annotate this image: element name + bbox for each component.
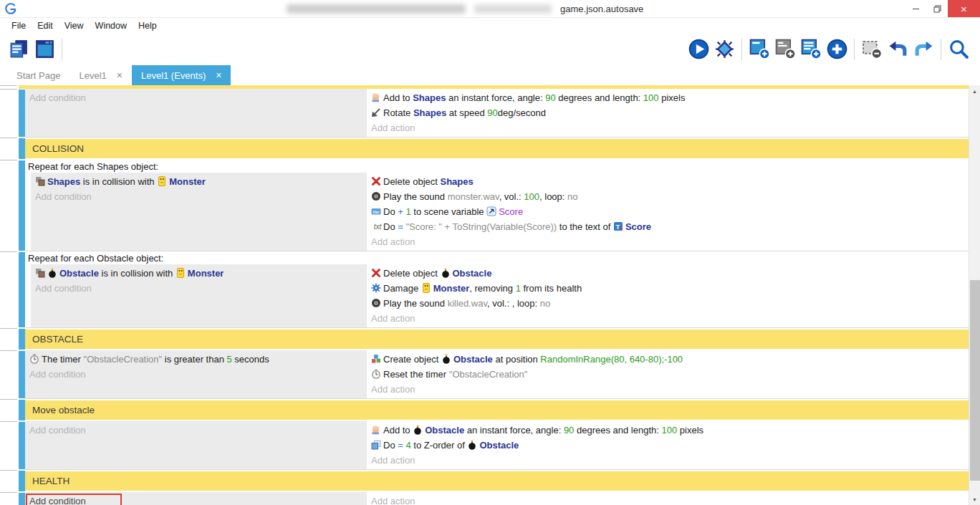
remove-event-button[interactable] (859, 36, 885, 63)
play-button[interactable] (686, 36, 711, 63)
gutter-tick (0, 328, 19, 350)
add-action-link[interactable]: Add action (371, 311, 964, 326)
actions-cell[interactable]: Delete object ShapesPlay the sound monst… (367, 173, 969, 251)
condition-line[interactable]: Shapes is in collision with Monster (35, 174, 362, 189)
scroll-up-arrow[interactable]: ▲ (969, 85, 980, 97)
actions-cell[interactable]: Add action (367, 492, 969, 505)
conditions-cell[interactable]: Add condition (25, 89, 367, 137)
add-condition-link[interactable]: Add condition (35, 189, 362, 204)
damage-icon (371, 283, 381, 293)
group-comment[interactable]: HEALTH (25, 471, 969, 491)
conditions-cell[interactable]: Shapes is in collision with MonsterAdd c… (31, 173, 367, 251)
tab-start-page[interactable]: Start Page (7, 65, 69, 85)
conditions-cell[interactable]: Add condition (25, 492, 367, 505)
gutter-tick (0, 89, 19, 138)
condition-line[interactable]: The timer "ObstacleCreation" is greater … (29, 352, 362, 367)
restore-button[interactable] (926, 0, 948, 17)
gutter-tick (0, 160, 19, 251)
action-line[interactable]: Play the sound killed.wav, vol.: , loop:… (371, 296, 964, 311)
conditions-cell[interactable]: Add condition (25, 421, 367, 469)
add-condition-link[interactable]: Add condition (29, 494, 362, 505)
action-line[interactable]: Delete object Shapes (371, 174, 964, 189)
undo-button[interactable] (885, 36, 911, 63)
condition-line[interactable]: Obstacle is in collision with Monster (35, 266, 362, 281)
event-handle-bar[interactable] (19, 90, 25, 137)
close-button[interactable]: × (948, 0, 980, 17)
event-handle-bar[interactable] (19, 138, 25, 159)
gutter-tick (0, 350, 19, 399)
tab-level1-events[interactable]: Level1 (Events)× (132, 65, 231, 85)
add-plus-icon (827, 39, 847, 59)
add-action-link[interactable]: Add action (371, 453, 964, 468)
repeat-header[interactable]: Repeat for each Obstacle object: (25, 251, 969, 264)
add-action-link[interactable]: Add action (371, 494, 964, 505)
action-line[interactable]: Damage Monster, removing 1 from its heal… (371, 281, 964, 296)
add-action-link[interactable]: Add action (371, 120, 964, 135)
menu-file[interactable]: File (6, 19, 32, 32)
scene-window-button[interactable] (32, 36, 57, 63)
actions-cell[interactable]: Delete object ObstacleDamage Monster, re… (367, 264, 969, 327)
repeat-header[interactable]: Repeat for each Shapes object: (25, 160, 969, 173)
group-comment[interactable]: Move obstacle (25, 400, 969, 420)
action-line[interactable]: Play the sound monster.wav, vol.: 100, l… (371, 189, 964, 204)
group-comment[interactable]: COLLISION (25, 139, 969, 158)
add-plus-button[interactable] (824, 36, 850, 63)
add-action-link[interactable]: Add action (371, 382, 964, 397)
action-line[interactable]: Create object Obstacle at position Rando… (371, 352, 964, 367)
events-list-button[interactable] (6, 36, 32, 63)
menu-view[interactable]: View (59, 19, 90, 32)
search-button[interactable] (946, 36, 971, 63)
group-comment[interactable]: OBSTACLE (25, 330, 969, 349)
event-handle-bar[interactable] (19, 252, 25, 327)
action-line[interactable]: Add to Shapes an instant force, angle: 9… (371, 90, 964, 105)
event-handle-bar[interactable] (19, 160, 25, 251)
event-handle-bar[interactable] (19, 400, 25, 420)
add-condition-link[interactable]: Add condition (35, 281, 362, 296)
bomb-icon (467, 440, 477, 450)
redo-button[interactable] (911, 36, 936, 63)
add-comment-button[interactable] (772, 36, 798, 63)
rotate-icon (371, 107, 381, 117)
action-line[interactable]: Do = 4 to Z-order of Obstacle (371, 438, 964, 453)
sound-icon (371, 298, 381, 308)
action-line[interactable]: Add to Obstacle an instant force, angle:… (371, 423, 964, 438)
add-event-button[interactable] (746, 36, 772, 63)
actions-cell[interactable]: Create object Obstacle at position Rando… (367, 350, 969, 398)
action-line[interactable]: VarDo + 1 to scene variable Score (371, 204, 964, 219)
action-line[interactable]: txtDo = "Score: " + ToString(Variable(Sc… (371, 219, 964, 234)
action-line[interactable]: Rotate Shapes at speed 90deg/second (371, 105, 964, 120)
action-line[interactable]: Delete object Obstacle (371, 266, 964, 281)
tab-close-icon[interactable]: × (117, 70, 123, 80)
action-line[interactable]: Reset the timer "ObstacleCreation" (371, 367, 964, 382)
tab-level1[interactable]: Level1× (69, 65, 132, 85)
txt-icon: txt (371, 221, 381, 231)
conditions-cell[interactable]: The timer "ObstacleCreation" is greater … (25, 350, 367, 398)
monster-icon (421, 283, 431, 293)
add-condition-link[interactable]: Add condition (29, 90, 362, 105)
actions-cell[interactable]: Add to Obstacle an instant force, angle:… (367, 421, 969, 469)
add-subevent-button[interactable] (798, 36, 824, 63)
minimize-button[interactable] (905, 0, 926, 17)
conditions-cell[interactable]: Obstacle is in collision with MonsterAdd… (31, 264, 367, 327)
timer-icon (371, 369, 381, 379)
event-handle-bar[interactable] (19, 422, 25, 469)
debug-button[interactable] (711, 36, 737, 63)
scroll-down-arrow[interactable]: ▼ (969, 494, 980, 505)
add-condition-link[interactable]: Add condition (29, 423, 362, 438)
vertical-scrollbar[interactable]: ▲ ▼ (969, 85, 980, 505)
actions-cell[interactable]: Add to Shapes an instant force, angle: 9… (367, 89, 969, 137)
event-handle-bar[interactable] (19, 493, 25, 505)
scrollbar-thumb[interactable] (970, 280, 980, 481)
add-condition-link[interactable]: Add condition (29, 367, 362, 382)
var-icon: Var (371, 206, 381, 216)
tab-close-icon[interactable]: × (216, 70, 221, 80)
event-handle-bar[interactable] (19, 351, 25, 398)
event-handle-bar[interactable] (19, 471, 25, 491)
toolbar-separator (941, 39, 941, 60)
menu-window[interactable]: Window (90, 19, 133, 32)
event-block: Add conditionAdd to Shapes an instant fo… (0, 89, 969, 138)
add-action-link[interactable]: Add action (371, 234, 964, 249)
menu-help[interactable]: Help (133, 19, 163, 32)
event-handle-bar[interactable] (19, 329, 25, 350)
menu-edit[interactable]: Edit (32, 19, 59, 32)
